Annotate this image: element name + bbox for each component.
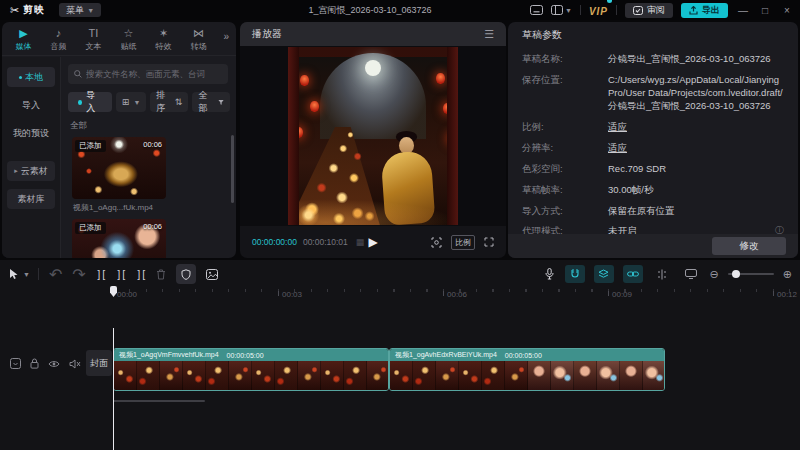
close-button[interactable]: × — [780, 5, 794, 16]
auto-level-toggle[interactable] — [594, 265, 614, 283]
param-value: Rec.709 SDR — [608, 162, 784, 175]
param-label: 分辨率: — [522, 141, 608, 154]
split-right-icon[interactable]: ][ — [136, 269, 146, 280]
sidebar-item-素材库[interactable]: 素材库 — [7, 189, 55, 209]
chevron-down-icon[interactable]: ▼ — [23, 271, 30, 278]
timeline-ruler[interactable]: 00:0000:0300:0600:0900:12 — [0, 288, 800, 302]
sort-button[interactable]: 排序 ⇅ — [150, 92, 188, 112]
record-voiceover-icon[interactable] — [545, 268, 554, 280]
filter-button[interactable]: 全部 — [192, 92, 230, 112]
split-icon[interactable]: ][ — [96, 269, 106, 280]
undo-icon[interactable]: ↶ — [49, 265, 62, 284]
ruler-time-label: 00:06 — [443, 291, 467, 299]
sidebar-item-云素材[interactable]: ▸云素材 — [7, 161, 55, 181]
filmstrip-frame — [114, 361, 137, 390]
player-menu-icon[interactable]: ☰ — [484, 28, 494, 41]
preview-quality-icon[interactable] — [431, 237, 442, 248]
global-preview-zoom-icon[interactable] — [681, 265, 701, 283]
tab-label: 转场 — [191, 41, 207, 52]
delete-icon[interactable] — [156, 269, 166, 280]
media-tab-bar: ▶媒体♪音频TI文本☆贴纸✶特效⋈转场» — [2, 22, 236, 56]
select-tool-icon[interactable] — [8, 268, 19, 280]
fullscreen-icon[interactable] — [484, 237, 494, 247]
expand-tabs-icon[interactable]: » — [223, 31, 234, 48]
divider — [616, 5, 617, 15]
tab-媒体[interactable]: ▶媒体 — [6, 27, 41, 52]
sidebar-item-导入[interactable]: 导入 — [7, 95, 55, 115]
param-value[interactable]: 适应 — [608, 120, 784, 133]
linkage-toggle[interactable] — [623, 265, 643, 283]
scrollbar[interactable] — [231, 135, 234, 203]
param-label: 草稿帧率: — [522, 183, 608, 196]
play-button[interactable]: ▶ — [368, 235, 377, 249]
tab-特效[interactable]: ✶特效 — [146, 27, 181, 52]
menu-button[interactable]: 菜单 ▼ — [59, 3, 101, 17]
media-thumbnail[interactable]: 已添加00:06 — [72, 219, 166, 258]
minimize-button[interactable]: — — [736, 5, 750, 16]
media-card[interactable]: 已添加00:06视频1_oAgq...fUk.mp4 — [72, 137, 168, 213]
filmstrip-frame — [390, 361, 413, 390]
param-row: 导入方式:保留在原有位置 — [508, 204, 798, 217]
aspect-ratio-button[interactable]: 比例 — [451, 235, 475, 250]
param-value[interactable]: 适应 — [608, 141, 784, 154]
redo-icon[interactable]: ↷ — [72, 265, 85, 284]
sort-icon: ⇅ — [175, 97, 183, 107]
frame-step-icon[interactable]: ▦ — [356, 237, 366, 247]
zoom-in-icon[interactable]: ⊕ — [783, 268, 792, 281]
tab-文本[interactable]: TI文本 — [76, 27, 111, 52]
timeline-toolbar-right: ⊖ ⊕ — [545, 260, 792, 288]
timeline-clip[interactable]: 视频1_ogAvhEdxRvBEiYUk.mp400:00:05:00 — [389, 348, 665, 391]
timeline-clip[interactable]: 视频1_oAgqVmFmvvehfUk.mp400:00:05:00 — [113, 348, 389, 391]
lock-icon[interactable] — [30, 358, 39, 369]
tab-label: 媒体 — [16, 41, 32, 52]
param-row: 草稿名称:分镜导出_宫闱恨_2026-03-10_063726 — [508, 52, 798, 65]
split-left-icon[interactable]: ][ — [116, 269, 126, 280]
filmstrip-frame — [229, 361, 252, 390]
slider-handle[interactable] — [732, 270, 740, 278]
tab-音频[interactable]: ♪音频 — [41, 27, 76, 52]
section-label: 全部 — [70, 120, 236, 132]
layers-icon — [598, 269, 609, 279]
media-toolbar: 导入 ⊞ ▼ 排序 ⇅ 全部 — [68, 92, 230, 112]
timeline: ▼ ↶ ↷ ][ ][ ][ — [0, 260, 800, 450]
review-icon — [633, 6, 643, 15]
media-card[interactable]: 已添加00:06视频1_ogAv...iYUk.mp4 — [72, 219, 168, 258]
shield-toggle[interactable] — [176, 264, 196, 284]
filmstrip-frame — [620, 361, 643, 390]
param-row: 分辨率:适应 — [508, 141, 798, 154]
ruler-time-label: 00:12 — [773, 291, 797, 299]
clip-filename: 视频1_oAgqVmFmvvehfUk.mp4 — [119, 350, 219, 360]
view-mode-button[interactable]: ⊞ ▼ — [116, 92, 146, 112]
tab-贴纸[interactable]: ☆贴纸 — [111, 27, 146, 52]
layout-switch-icon[interactable]: ▼ — [551, 5, 572, 15]
smart-image-icon[interactable] — [206, 269, 218, 280]
track-collapse-icon[interactable] — [10, 358, 21, 369]
timeline-zoom-slider[interactable] — [728, 273, 774, 275]
clip-duration: 00:00:05:00 — [227, 352, 264, 359]
tab-转场[interactable]: ⋈转场 — [181, 27, 216, 52]
media-thumbnail[interactable]: 已添加00:06 — [72, 137, 166, 199]
export-button[interactable]: 导出 — [681, 3, 728, 18]
app-logo: ✂ 剪映 — [10, 3, 45, 17]
import-button[interactable]: 导入 — [68, 92, 112, 112]
sidebar-item-我的预设[interactable]: 我的预设 — [7, 123, 55, 143]
preview-axis-toggle[interactable] — [652, 265, 672, 283]
axis-icon — [657, 269, 667, 280]
mute-icon[interactable] — [69, 359, 81, 369]
vip-badge[interactable]: VIP — [589, 1, 608, 19]
filmstrip-frame — [574, 361, 597, 390]
maximize-button[interactable]: □ — [758, 5, 772, 16]
sidebar-item-本地[interactable]: 本地 — [7, 67, 55, 87]
decor-lantern — [300, 75, 309, 86]
review-button[interactable]: 审阅 — [625, 3, 673, 18]
eye-icon[interactable] — [48, 360, 60, 368]
playhead[interactable] — [113, 328, 114, 450]
search-input[interactable] — [86, 69, 222, 79]
preview-video-frame — [288, 47, 458, 225]
main-track-magnet-toggle[interactable] — [565, 265, 585, 283]
search-box[interactable] — [68, 64, 228, 84]
zoom-out-icon[interactable]: ⊖ — [710, 268, 719, 281]
transition-icon: ⋈ — [193, 27, 204, 40]
cover-button[interactable]: 封面 — [86, 350, 112, 376]
modify-button[interactable]: 修改 — [712, 237, 786, 255]
